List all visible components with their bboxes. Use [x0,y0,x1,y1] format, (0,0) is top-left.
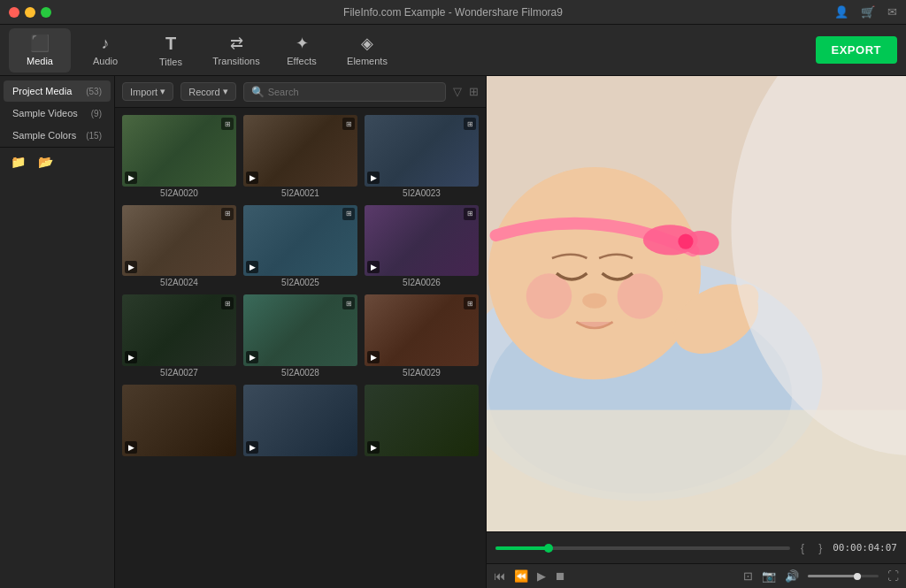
media-item-label: 5I2A0025 [243,278,357,287]
svg-point-6 [618,273,664,318]
skip-back-icon[interactable]: ⏮ [494,569,505,583]
record-button[interactable]: Record ▾ [180,82,235,101]
clip-corner-icon: ⊞ [221,208,234,220]
audio-icon: ♪ [102,34,110,53]
video-icon: ▶ [367,172,380,184]
nav-audio-label: Audio [93,56,118,66]
media-item-partial1[interactable]: ▶ [122,385,236,456]
preview-video [487,76,906,531]
media-item-label: 5I2A0024 [122,278,236,287]
clip-corner-icon: ⊞ [342,118,355,130]
sidebar-item-sample-videos[interactable]: Sample Videos (9) [4,103,111,124]
nav-titles[interactable]: T Titles [140,28,202,73]
media-item-5I2A0023[interactable]: ▶ ⊞ 5I2A0023 [365,115,479,198]
preview-image [487,76,906,531]
grid-view-icon[interactable]: ⊞ [469,85,479,98]
video-icon: ▶ [367,351,380,363]
baby-svg [487,76,906,531]
sidebar-item-sample-colors[interactable]: Sample Colors (15) [4,125,111,146]
export-button[interactable]: EXPORT [816,36,897,64]
nav-transitions-label: Transitions [212,56,259,66]
volume-slider[interactable] [808,575,879,577]
cart-icon[interactable]: 🛒 [861,5,875,19]
sidebar-sample-colors-label: Sample Colors [12,130,76,141]
nav-transitions[interactable]: ⇄ Transitions [205,28,267,73]
fullscreen-icon[interactable]: ⛶ [887,569,899,583]
transitions-icon: ⇄ [230,34,243,53]
folder-buttons: 📁 📂 [0,147,114,176]
left-panel: Project Media (53) Sample Videos (9) Sam… [0,76,487,588]
video-icon: ▶ [125,261,137,273]
clip-corner-icon: ⊞ [221,297,234,309]
mail-icon[interactable]: ✉ [887,5,897,19]
video-icon: ▶ [246,351,258,363]
screen-icon[interactable]: ⊡ [743,569,753,583]
video-icon: ▶ [125,441,137,454]
volume-icon[interactable]: 🔊 [785,569,799,583]
sidebar-project-media-label: Project Media [12,86,72,96]
sidebar-project-media-count: (53) [86,87,102,96]
maximize-button[interactable] [41,7,51,18]
svg-point-5 [526,273,572,318]
media-item-5I2A0029[interactable]: ▶ ⊞ 5I2A0029 [365,294,479,378]
search-input[interactable] [268,87,438,97]
media-item-5I2A0024[interactable]: ▶ ⊞ 5I2A0024 [122,205,236,288]
media-item-5I2A0021[interactable]: ▶ ⊞ 5I2A0021 [243,115,357,198]
play-icon[interactable]: ▶ [537,569,546,583]
titles-icon: T [165,34,176,54]
media-grid: ▶ ⊞ 5I2A0020 ▶ ⊞ 5I2A0021 [115,108,486,588]
preview-controls: { } 00:00:04:07 [487,531,906,563]
video-icon: ▶ [125,172,137,184]
traffic-lights [9,7,51,18]
media-item-label: 5I2A0026 [365,278,479,287]
titlebar-icons: 👤 🛒 ✉ [834,5,897,19]
svg-point-7 [582,293,606,308]
nav-effects[interactable]: ✦ Effects [271,28,333,73]
media-item-5I2A0026[interactable]: ▶ ⊞ 5I2A0026 [365,205,479,288]
media-item-5I2A0025[interactable]: ▶ ⊞ 5I2A0025 [243,205,357,288]
nav-elements-label: Elements [347,56,388,66]
media-item-partial3[interactable]: ▶ [365,385,479,456]
stop-icon[interactable]: ⏹ [555,569,566,583]
video-icon: ▶ [367,261,380,273]
media-icon: ⬛ [30,34,50,53]
minimize-button[interactable] [25,7,35,18]
filter-icon[interactable]: ▽ [453,85,462,98]
nav-elements[interactable]: ◈ Elements [336,28,398,73]
sidebar-item-project-media[interactable]: Project Media (53) [4,80,111,102]
step-back-icon[interactable]: ⏪ [514,569,528,583]
video-icon: ▶ [246,441,258,454]
nav-audio[interactable]: ♪ Audio [74,28,136,73]
library-sidebar: Project Media (53) Sample Videos (9) Sam… [0,76,115,588]
record-label: Record [188,87,219,97]
preview-panel: { } 00:00:04:07 ⏮ ⏪ ▶ ⏹ ⊡ 📷 🔊 ⛶ [487,76,906,588]
progress-bar[interactable] [495,546,790,550]
progress-thumb [544,544,553,553]
clip-corner-icon: ⊞ [464,118,476,130]
clip-corner-icon: ⊞ [342,297,355,309]
media-item-5I2A0020[interactable]: ▶ ⊞ 5I2A0020 [122,115,236,198]
media-item-label: 5I2A0029 [365,368,479,378]
media-item-partial2[interactable]: ▶ [243,385,357,456]
media-item-label: 5I2A0020 [122,188,236,198]
nav-effects-label: Effects [287,56,316,66]
progress-fill [495,546,549,550]
close-button[interactable] [9,7,19,18]
import-button[interactable]: Import ▾ [122,82,173,101]
add-folder-button[interactable]: 📁 [7,153,29,171]
import-label: Import [130,87,157,97]
camera-icon[interactable]: 📷 [762,569,776,583]
top-nav: ⬛ Media ♪ Audio T Titles ⇄ Transitions ✦… [0,25,906,76]
clip-corner-icon: ⊞ [464,208,476,220]
volume-thumb [854,573,861,580]
search-box: 🔍 [243,82,446,102]
new-folder-button[interactable]: 📂 [35,153,57,171]
main-area: Project Media (53) Sample Videos (9) Sam… [0,76,906,588]
media-item-5I2A0028[interactable]: ▶ ⊞ 5I2A0028 [243,294,357,378]
media-item-5I2A0027[interactable]: ▶ ⊞ 5I2A0027 [122,294,236,378]
titlebar: FileInfo.com Example - Wondershare Filmo… [0,0,906,25]
nav-media[interactable]: ⬛ Media [9,28,71,73]
user-icon[interactable]: 👤 [834,5,848,19]
nav-media-label: Media [27,56,53,66]
search-icon: 🔍 [251,86,265,98]
